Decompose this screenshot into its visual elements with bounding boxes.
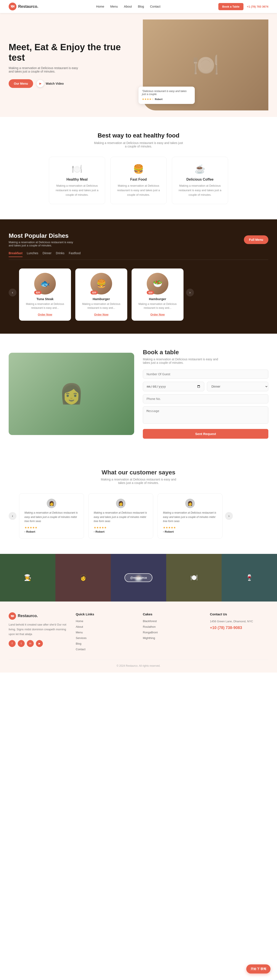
nav-about[interactable]: About <box>124 5 132 8</box>
healthy-sub: Making a reservation at Delicious restau… <box>93 141 184 148</box>
dish-card-2: 🥗 $20 Hamburger Making a reservation at … <box>131 269 184 321</box>
nav-home[interactable]: Home <box>96 5 104 8</box>
testimonial-reviewer: Robert <box>155 98 162 100</box>
feature-card-0: 🍽️ Healthy Meal Making a reservation at … <box>49 157 105 204</box>
twitter-icon[interactable]: t <box>18 640 25 647</box>
facebook-icon[interactable]: f <box>9 640 16 647</box>
message-textarea[interactable] <box>143 406 268 424</box>
nav-menu[interactable]: Menu <box>110 5 118 8</box>
healthy-section: Best way to eat healthy food Making a re… <box>0 117 277 220</box>
dish-1-img-wrap: 🍔 $20 <box>90 273 112 294</box>
footer-link-blog[interactable]: Blog <box>76 642 81 645</box>
contact-title: Contact Us <box>210 612 268 616</box>
youtube-icon[interactable]: ▶ <box>36 640 43 647</box>
date-input[interactable] <box>143 382 204 391</box>
hero-testimonial: "Delicious restaurant is easy and takes … <box>138 87 195 104</box>
reviews-prev-button[interactable]: ‹ <box>9 512 16 520</box>
dishes-grid: 🐟 $20 Tuna Steak Making a reservation at… <box>19 269 184 321</box>
review-card-2: 👩 Making a reservation at Delicious rest… <box>158 493 222 539</box>
popular-sub: Making a reservation at Delicious restau… <box>9 240 74 247</box>
testimonials-section: What our customer sayes Making a reserva… <box>0 454 277 554</box>
popular-section: Most Popular Dishes Making a reservation… <box>0 220 277 334</box>
submit-button[interactable]: Sent Request <box>143 429 268 439</box>
dish-card-0: 🐟 $20 Tuna Steak Making a reservation at… <box>19 269 71 321</box>
dish-1-order-button[interactable]: Order Now <box>94 313 108 316</box>
dish-0-desc: Making a reservation at Delicious restau… <box>22 302 68 310</box>
dish-2-img-wrap: 🥗 $20 <box>147 273 168 294</box>
healthy-meal-title: Healthy Meal <box>54 178 100 181</box>
review-card-1: 👩 Making a reservation at Delicious rest… <box>88 493 153 539</box>
our-menu-button[interactable]: Our Menu <box>9 79 33 88</box>
watch-video-button[interactable]: ▶ Watch Video <box>36 80 63 87</box>
guests-input[interactable] <box>143 370 268 379</box>
gallery-item-1: 👩 <box>55 554 111 601</box>
dish-0-order-button[interactable]: Order Now <box>38 313 52 316</box>
testimonial-stars: ★★★★☆ <box>142 98 154 101</box>
coffee-icon: ☕ <box>177 164 223 174</box>
gallery-item-4: 🍷 <box>222 554 277 601</box>
hero-subtitle: Making a reservation at Delicious restau… <box>9 66 82 73</box>
feature-card-1: 🍔 Fast Food Making a reservation at Deli… <box>110 157 167 204</box>
dish-2-name: Hamburger <box>135 297 180 301</box>
nav-links: Home Menu About Blog Contact <box>96 5 160 8</box>
reviews-next-button[interactable]: › <box>225 512 233 520</box>
tab-fastfood[interactable]: Fastfood <box>69 251 81 257</box>
dish-0-img-wrap: 🐟 $20 <box>34 273 56 294</box>
hero-right: 🍽️ "Delicious restaurant is easy and tak… <box>143 19 268 110</box>
footer-bottom: © 2024 Restaurco. All rights reserved. <box>9 660 268 667</box>
healthy-meal-desc: Making a reservation at Delicious restau… <box>54 184 100 197</box>
quick-links-title: Quick Links <box>76 612 134 616</box>
tab-lunches[interactable]: Lunches <box>27 251 38 257</box>
fast-food-icon: 🍔 <box>116 164 161 174</box>
book-subtitle: Making a reservation at Delicious restau… <box>143 358 221 364</box>
logo: 🍽 Restaurco. <box>9 3 38 10</box>
phone-input[interactable] <box>143 394 268 403</box>
footer-about: 🍽 Restaurco. Land behold it created saw … <box>9 612 67 653</box>
footer-social: f t in ▶ <box>9 640 67 647</box>
hero-left: Meet, Eat & Enjoy the true test Making a… <box>9 33 134 97</box>
fast-food-desc: Making a reservation at Delicious restau… <box>116 184 161 197</box>
footer-grid: 🍽 Restaurco. Land behold it created saw … <box>9 612 268 653</box>
footer-link-contact[interactable]: Contact <box>76 648 85 651</box>
footer-logo-text: Restaurco. <box>18 614 38 618</box>
healthy-title: Best way to eat healthy food <box>9 132 268 139</box>
meal-type-select[interactable]: Dinner Breakfast Lunch <box>207 382 268 391</box>
footer-about-text: Land behold it created saw after she'd O… <box>9 622 67 636</box>
cake-3[interactable]: Mighthing <box>143 636 155 640</box>
cake-1[interactable]: Roulathon <box>143 625 155 628</box>
dishes-next-button[interactable]: › <box>186 289 194 296</box>
book-section: 👩 Book a table Making a reservation at D… <box>0 334 277 454</box>
reviews-grid: 👩 Making a reservation at Delicious rest… <box>19 493 222 539</box>
review-card-0: 👩 Making a reservation at Delicious rest… <box>19 493 84 539</box>
nav-right: Book a Table +1 (78) 783 3674 <box>218 3 268 10</box>
dish-2-order-button[interactable]: Order Now <box>150 313 165 316</box>
footer-link-menu[interactable]: Menu <box>76 631 83 634</box>
footer-link-about[interactable]: About <box>76 625 83 628</box>
popular-tabs: Breakfast Lunches Dinner Drinks Fastfood <box>9 251 268 260</box>
review-2-avatar: 👩 <box>185 499 195 508</box>
footer-link-services[interactable]: Services <box>76 636 87 640</box>
feature-card-2: ☕ Delicious Coffee Making a reservation … <box>172 157 228 204</box>
gallery-section: 🧑‍🍳 👩 ☕ 🍽️ 🍷 @restaurco <box>0 554 277 601</box>
review-1-stars: ★★★★★ <box>94 526 148 529</box>
hero-title: Meet, Eat & Enjoy the true test <box>9 42 134 63</box>
book-table-nav-button[interactable]: Book a Table <box>218 3 244 10</box>
dishes-prev-button[interactable]: ‹ <box>9 289 16 296</box>
nav-blog[interactable]: Blog <box>138 5 144 8</box>
testimonial-text: "Delicious restaurant is easy and takes … <box>142 90 191 96</box>
gallery-item-0: 🧑‍🍳 <box>0 554 55 601</box>
logo-text: Restaurco. <box>18 4 38 9</box>
instagram-handle[interactable]: @restaurco <box>124 573 152 582</box>
cake-0[interactable]: Blackforest <box>143 619 157 623</box>
tab-dinner[interactable]: Dinner <box>43 251 52 257</box>
footer-link-home[interactable]: Home <box>76 619 83 623</box>
instagram-icon[interactable]: in <box>27 640 34 647</box>
cake-2[interactable]: RongaBroni <box>143 631 158 634</box>
cakes-title: Cakes <box>143 612 201 616</box>
tab-breakfast[interactable]: Breakfast <box>9 251 22 257</box>
full-menu-button[interactable]: Full Menu <box>244 235 268 244</box>
nav-contact[interactable]: Contact <box>150 5 160 8</box>
play-icon: ▶ <box>36 80 44 87</box>
popular-title: Most Popular Dishes <box>9 232 74 239</box>
tab-drinks[interactable]: Drinks <box>56 251 65 257</box>
